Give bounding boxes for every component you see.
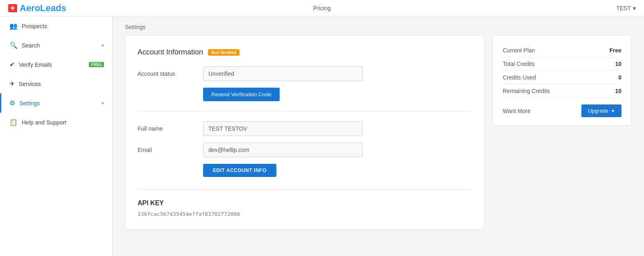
content-area: Account Information Not Verified Account…	[113, 35, 644, 242]
search-icon: 🔍	[9, 41, 18, 49]
user-name: TEST	[616, 5, 631, 11]
account-info-section: Account Information Not Verified	[138, 48, 472, 57]
help-icon: 📋	[9, 118, 18, 126]
full-name-label: Full name	[138, 125, 203, 132]
full-name-row: Full name	[138, 121, 472, 136]
sidebar-item-label: Help and Support	[22, 119, 104, 126]
sidebar-item-label: Services	[19, 81, 104, 87]
remaining-credits-row: Remaining Credits 10	[503, 84, 621, 98]
sidebar-item-services[interactable]: ✈ Services	[0, 74, 112, 93]
account-status-row: Account status	[138, 66, 472, 81]
sidebar-item-verify-emails[interactable]: ✔ Verify Emails FREE	[0, 55, 112, 74]
main-content: Settings Account Information Not Verifie…	[113, 16, 644, 256]
upgrade-label: Upgrade	[588, 108, 608, 114]
credits-used-row: Credits Used 0	[503, 71, 621, 84]
sidebar-item-label: Settings	[19, 100, 97, 106]
header: ✈ AeroLeads Pricing TEST ▾	[0, 0, 644, 16]
section-title-text: Account Information	[138, 48, 203, 57]
sidebar-item-label: Verify Emails	[19, 61, 85, 68]
upgrade-button[interactable]: Upgrade ✦	[581, 104, 621, 117]
sidebar-item-search[interactable]: 🔍 Search ▾	[0, 36, 112, 55]
email-row: Email	[138, 143, 472, 157]
remaining-credits-value: 10	[615, 88, 621, 94]
chevron-down-icon: ▾	[102, 100, 104, 106]
not-verified-badge: Not Verified	[208, 49, 240, 56]
sidebar-item-label: Search	[22, 42, 97, 49]
prospects-icon: 👥	[9, 22, 18, 30]
settings-panel: Account Information Not Verified Account…	[125, 35, 484, 230]
verify-icon: ✔	[9, 61, 15, 68]
want-more-row: Want More Upgrade ✦	[503, 104, 621, 117]
logo-icon: ✈	[8, 4, 17, 12]
header-nav: Pricing	[313, 5, 331, 11]
layout: 👥 Prospects 🔍 Search ▾ ✔ Verify Emails F…	[0, 16, 644, 256]
api-key-section: API KEY 136fcac567435454e7faf83702772006	[138, 189, 472, 217]
sidebar-item-label: Prospects	[22, 23, 104, 29]
sidebar: 👥 Prospects 🔍 Search ▾ ✔ Verify Emails F…	[0, 16, 113, 256]
plan-card: Current Plan Free Total Credits 10 Credi…	[493, 35, 632, 126]
current-plan-label: Current Plan	[503, 47, 535, 54]
right-panel: Current Plan Free Total Credits 10 Credi…	[493, 35, 632, 230]
email-label: Email	[138, 147, 203, 153]
credits-used-value: 0	[618, 74, 621, 81]
services-icon: ✈	[9, 80, 15, 88]
breadcrumb: Settings	[113, 16, 644, 35]
logo[interactable]: ✈ AeroLeads	[8, 3, 66, 14]
pricing-link[interactable]: Pricing	[313, 5, 331, 11]
sidebar-item-prospects[interactable]: 👥 Prospects	[0, 16, 112, 36]
remaining-credits-label: Remaining Credits	[503, 88, 550, 94]
want-more-label: Want More	[503, 108, 531, 114]
free-badge: FREE	[89, 62, 104, 67]
account-status-input[interactable]	[203, 66, 363, 81]
api-divider	[138, 189, 472, 190]
total-credits-label: Total Credits	[503, 61, 535, 67]
credits-used-label: Credits Used	[503, 74, 536, 81]
current-plan-value: Free	[609, 47, 621, 54]
email-input[interactable]	[203, 143, 363, 157]
resend-verification-button[interactable]: Resend Verification Code	[203, 88, 280, 101]
api-key-title: API KEY	[138, 199, 472, 207]
logo-text: AeroLeads	[20, 3, 66, 14]
divider	[138, 111, 472, 111]
api-key-value: 136fcac567435454e7faf83702772006	[138, 211, 472, 217]
user-chevron-icon: ▾	[633, 5, 636, 11]
current-plan-row: Current Plan Free	[503, 44, 621, 57]
account-status-label: Account status	[138, 70, 203, 77]
total-credits-row: Total Credits 10	[503, 57, 621, 71]
user-menu[interactable]: TEST ▾	[616, 5, 636, 11]
settings-icon: ⚙	[9, 99, 15, 107]
sidebar-item-help[interactable]: 📋 Help and Support	[0, 113, 112, 132]
full-name-input[interactable]	[203, 121, 363, 136]
upgrade-icon: ✦	[611, 108, 615, 114]
edit-account-info-button[interactable]: EDIT ACCOUNT INFO	[203, 164, 276, 177]
total-credits-value: 10	[615, 61, 621, 67]
chevron-down-icon: ▾	[102, 43, 104, 48]
sidebar-item-settings[interactable]: ⚙ Settings ▾	[0, 93, 112, 113]
